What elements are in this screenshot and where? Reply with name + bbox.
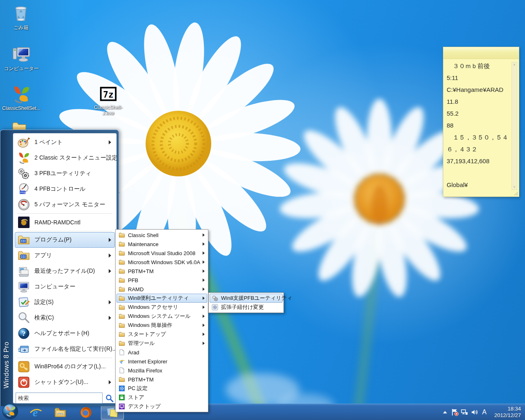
start-item-ramd-cntl[interactable]: RAMD-RAMDCntl [15, 215, 115, 230]
start-item-pfb-control[interactable]: 4 PFBコントロール [15, 181, 115, 197]
desktop-icon-label: ごみ箱 [1, 24, 41, 31]
sticky-note[interactable]: ３０ｍｂ前後 5:11 C:¥Hangame¥ARAD 11.8 55.2 88… [443, 47, 519, 197]
submenu-item-arad[interactable]: Arad [116, 348, 207, 357]
desktop-icon-label: ClassicShell-J.exe [89, 105, 128, 116]
desktop-icon-computer[interactable]: コンピューター [2, 44, 41, 72]
note-line: 5:11 [447, 74, 511, 86]
start-item-classic-settings[interactable]: 2 Classic スタートメニュー設定 [15, 150, 115, 166]
clock-date: 2012/12/27 [494, 412, 521, 419]
start-item-apps[interactable]: アプリ [15, 248, 115, 263]
start-item-paint[interactable]: 1 ペイント [15, 135, 115, 150]
submenu-item-pbtm-tm-2[interactable]: PBTM+TM [116, 375, 207, 384]
action-center-icon[interactable] [450, 404, 460, 420]
start-item-search[interactable]: 検索(C) [15, 310, 115, 326]
gauge-pfb-icon [17, 183, 30, 196]
search-magnifier-icon[interactable] [105, 394, 114, 403]
start-item-help[interactable]: ヘルプとサポート(H) [15, 326, 115, 341]
help-icon [17, 327, 30, 340]
taskbar-internet-explorer-button[interactable] [25, 405, 46, 420]
start-item-recent-files[interactable]: 最近使ったファイル(D) [15, 263, 115, 279]
note-line: １５，３５０，５４ [447, 134, 511, 146]
note-scrollbar[interactable]: ˄ ˅ [511, 62, 517, 190]
system-tray: A 18:34 2012/12/27 [440, 404, 525, 420]
7zip-icon [99, 84, 118, 103]
up-arrow-icon [443, 411, 447, 413]
submenu-arrow-icon [109, 269, 111, 273]
submenu-item-classic-shell[interactable]: Classic Shell [116, 231, 207, 240]
submenu-item-windows-ease-of-access[interactable]: Windows 簡単操作 [116, 321, 207, 330]
submenu-item-internet-explorer[interactable]: Internet Explorer [116, 357, 207, 366]
folder-icon [119, 340, 125, 347]
ime-indicator[interactable]: A [479, 404, 489, 420]
submenu-item-windows-sdk[interactable]: Microsoft Windows SDK v6.0A [116, 258, 207, 267]
scroll-down-icon[interactable]: ˅ [512, 185, 517, 189]
submenu-item-visual-studio[interactable]: Microsoft Visual Studio 2008 [116, 249, 207, 258]
start-item-computer[interactable]: コンピューター [15, 279, 115, 294]
taskbar-clock[interactable]: 18:34 2012/12/27 [489, 406, 525, 419]
submenu-item-store[interactable]: ストア [116, 393, 207, 402]
desktop-icon-recycle-bin[interactable]: ごみ箱 [1, 3, 41, 31]
network-icon[interactable] [460, 404, 470, 420]
submenu-arrow-icon [203, 297, 205, 300]
show-hidden-icons-button[interactable] [440, 404, 450, 420]
submenu-item-pfb[interactable]: PFB [116, 276, 207, 285]
file-icon [119, 367, 125, 374]
start-item-programs[interactable]: プログラム(P) [15, 232, 115, 248]
folder-icon [119, 286, 125, 292]
sticky-note-titlebar[interactable] [443, 47, 519, 59]
folder-icon [119, 304, 125, 310]
search-icon [17, 311, 30, 324]
submenu-item-mozilla-firefox[interactable]: Mozilla Firefox [116, 366, 207, 375]
submenu-item-maintenance[interactable]: Maintenance [116, 240, 207, 249]
note-line: 37,193,412,608 [447, 158, 511, 169]
taskbar: A 18:34 2012/12/27 [0, 404, 525, 420]
desktop-icon-classicshell-setup[interactable]: ClassicShellSet... [2, 84, 41, 111]
start-item-settings[interactable]: 設定(S) [15, 294, 115, 310]
note-line: 55.2 [447, 110, 511, 122]
desktop-icon-label: ClassicShellSet... [2, 105, 41, 111]
start-button[interactable] [2, 403, 18, 420]
desktop-icon-classicshell-j[interactable]: ClassicShell-J.exe [89, 84, 128, 116]
sticky-note-text[interactable]: ３０ｍｂ前後 5:11 C:¥Hangame¥ARAD 11.8 55.2 88… [443, 59, 511, 194]
submenu-item-startup[interactable]: スタートアップ [116, 330, 207, 339]
pfb-submenu: Win8支援PFBユーティリティ 拡張子紐付け変更 [208, 292, 284, 313]
submenu-arrow-icon [109, 300, 111, 304]
taskbar-firefox-button[interactable] [75, 405, 96, 420]
volume-icon[interactable] [470, 404, 479, 420]
gear-settings-icon [212, 304, 218, 310]
file-icon [119, 349, 125, 356]
start-item-shutdown[interactable]: シャットダウン(U)... [15, 374, 115, 390]
submenu-arrow-icon [109, 238, 111, 242]
clock-time: 18:34 [494, 406, 521, 412]
classic-shell-icon [17, 151, 30, 164]
note-line: ６，４３２ [447, 146, 511, 158]
folder-icon [119, 322, 125, 329]
submenu-item-win8-utility[interactable]: Win8便利ユーティリティ [116, 294, 207, 303]
start-search-input[interactable]: 検索 [16, 393, 103, 404]
submenu-item-windows-accessories[interactable]: Windows アクセサリ [116, 303, 207, 312]
submenu-item-admin-tools[interactable]: 管理ツール [116, 339, 207, 348]
start-item-logoff[interactable]: Win8Pro64 のログオフ(L)... [15, 359, 115, 374]
separator [17, 358, 112, 358]
submenu-item-pc-settings[interactable]: PC 設定 [116, 384, 207, 393]
submenu-item-windows-system-tools[interactable]: Windows システム ツール [116, 312, 207, 321]
submenu-item-extension-association[interactable]: 拡張子紐付け変更 [210, 303, 283, 312]
folder-icon [119, 268, 125, 274]
file-explorer-icon [54, 406, 67, 419]
note-resize-grip[interactable] [514, 192, 518, 196]
folder-icon [119, 259, 125, 265]
submenu-item-ramd[interactable]: RAMD [116, 285, 207, 294]
submenu-item-pbtm-tm[interactable]: PBTM+TM [116, 267, 207, 276]
submenu-arrow-icon [203, 251, 205, 255]
recent-documents-icon [17, 265, 30, 278]
submenu-arrow-icon [203, 269, 205, 273]
submenu-item-win8-support-pfb-utility[interactable]: Win8支援PFBユーティリティ [210, 294, 283, 303]
scroll-up-icon[interactable]: ˄ [512, 63, 517, 67]
programs-folder-icon [17, 233, 30, 247]
start-item-pfb-utility[interactable]: 3 PFBユーティリティ [15, 166, 115, 181]
start-item-performance-monitor[interactable]: 5 パフォーマンス モニター [15, 197, 115, 212]
taskbar-file-explorer-button[interactable] [50, 405, 71, 420]
start-item-run[interactable]: ファイル名を指定して実行(R)... [15, 341, 115, 357]
settings-icon [17, 296, 30, 309]
submenu-item-desktop[interactable]: デスクトップ [116, 402, 207, 411]
